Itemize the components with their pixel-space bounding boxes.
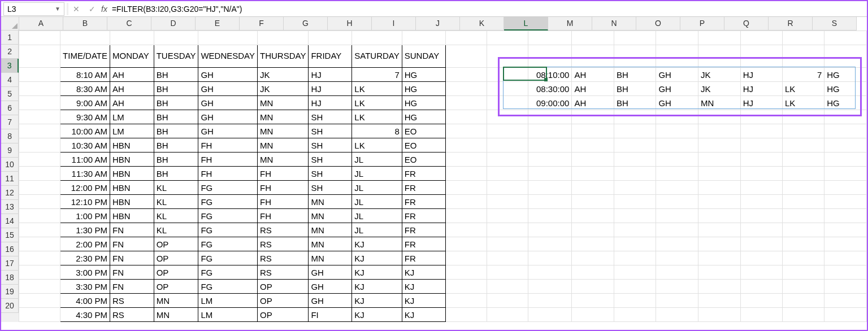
cell[interactable] [19, 237, 60, 251]
cell[interactable] [446, 209, 487, 223]
cell[interactable]: KL [154, 209, 198, 223]
cell[interactable] [656, 124, 698, 138]
column-header-B[interactable]: B [63, 17, 107, 31]
cell[interactable] [656, 280, 698, 294]
cell[interactable] [446, 280, 487, 294]
cell[interactable] [740, 110, 782, 124]
cell[interactable]: OP [154, 265, 198, 280]
row-header-17[interactable]: 17 [1, 256, 19, 271]
cell[interactable] [656, 251, 698, 265]
cell[interactable]: 2:00 PM [60, 237, 110, 251]
cell[interactable]: FG [198, 251, 258, 265]
cell[interactable]: SH [309, 181, 352, 195]
cell[interactable] [740, 45, 782, 68]
cell[interactable]: LK [782, 96, 824, 110]
cell[interactable]: BH [154, 96, 198, 110]
cell[interactable]: RS [110, 294, 154, 308]
cell[interactable] [782, 308, 824, 322]
row-header-14[interactable]: 14 [1, 214, 19, 228]
cell[interactable]: AH [110, 68, 154, 82]
cell[interactable] [698, 138, 740, 153]
cell[interactable]: LK [782, 82, 824, 96]
cell[interactable] [782, 31, 824, 45]
cell[interactable]: KJ [402, 280, 445, 294]
column-header-N[interactable]: N [592, 17, 636, 31]
cell[interactable]: FH [198, 167, 258, 181]
cell[interactable] [572, 294, 614, 308]
cell[interactable] [528, 124, 572, 138]
cell[interactable] [446, 110, 487, 124]
cell[interactable] [782, 294, 824, 308]
cell[interactable] [60, 31, 110, 45]
cell[interactable] [487, 96, 528, 110]
cell[interactable] [698, 153, 740, 167]
cell[interactable]: GH [198, 68, 258, 82]
cell[interactable] [782, 167, 824, 181]
cell[interactable] [614, 153, 656, 167]
cell[interactable]: TIME/DATE [60, 45, 110, 68]
cell[interactable]: SH [309, 167, 352, 181]
column-header-E[interactable]: E [196, 17, 240, 31]
cell[interactable] [446, 294, 487, 308]
cell[interactable] [740, 209, 782, 223]
column-header-L[interactable]: L [504, 17, 548, 31]
cell[interactable]: GH [198, 124, 258, 138]
row-header-9[interactable]: 9 [1, 143, 19, 158]
cell[interactable] [782, 45, 824, 68]
cell[interactable]: SH [309, 110, 352, 124]
cell[interactable] [614, 31, 656, 45]
cell[interactable]: AH [572, 68, 614, 82]
cell[interactable] [446, 195, 487, 209]
cell[interactable] [19, 223, 60, 237]
cell[interactable]: HG [402, 110, 445, 124]
cell[interactable]: KJ [352, 308, 402, 322]
cell[interactable] [824, 138, 867, 153]
column-header-P[interactable]: P [680, 17, 724, 31]
cell[interactable] [614, 237, 656, 251]
cell[interactable] [528, 251, 572, 265]
cell[interactable]: HG [402, 68, 445, 82]
cell[interactable]: GH [198, 96, 258, 110]
cell[interactable]: TUESDAY [154, 45, 198, 68]
cell[interactable] [446, 96, 487, 110]
cell[interactable]: KJ [352, 251, 402, 265]
cell[interactable]: JL [352, 181, 402, 195]
cell[interactable] [614, 251, 656, 265]
cell[interactable]: GH [656, 96, 698, 110]
cell[interactable]: HBN [110, 195, 154, 209]
cell[interactable]: HJ [309, 96, 352, 110]
cell[interactable] [614, 280, 656, 294]
cell[interactable]: GH [656, 68, 698, 82]
cell[interactable] [824, 31, 867, 45]
cell[interactable] [528, 308, 572, 322]
cell[interactable] [528, 294, 572, 308]
row-header-6[interactable]: 6 [1, 101, 19, 115]
cell[interactable]: HG [402, 82, 445, 96]
cell[interactable] [446, 68, 487, 82]
cell[interactable]: EO [402, 138, 445, 153]
cell[interactable] [656, 237, 698, 251]
cell[interactable] [656, 138, 698, 153]
cell[interactable] [740, 237, 782, 251]
cell[interactable] [487, 68, 528, 82]
cell[interactable] [446, 181, 487, 195]
cell[interactable] [487, 138, 528, 153]
cell[interactable]: MN [154, 308, 198, 322]
cell[interactable] [446, 167, 487, 181]
cell[interactable] [656, 209, 698, 223]
cell[interactable] [782, 223, 824, 237]
cell[interactable] [698, 124, 740, 138]
row-header-18[interactable]: 18 [1, 271, 19, 285]
cell[interactable] [656, 31, 698, 45]
cells-grid[interactable]: TIME/DATEMONDAYTUESDAYWEDNESDAYTHURSDAYF… [19, 31, 867, 322]
cell[interactable] [740, 280, 782, 294]
cell[interactable] [824, 294, 867, 308]
cell[interactable] [656, 167, 698, 181]
cell[interactable] [487, 82, 528, 96]
cell[interactable] [824, 308, 867, 322]
select-all-triangle[interactable] [1, 17, 19, 31]
cell[interactable]: KL [154, 181, 198, 195]
cell[interactable] [487, 280, 528, 294]
cell[interactable] [487, 195, 528, 209]
cell[interactable]: JK [258, 82, 309, 96]
